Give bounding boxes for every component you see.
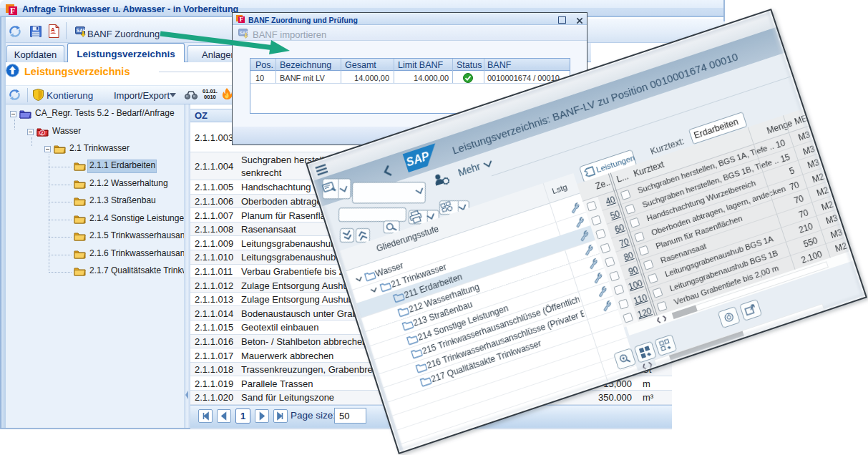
svg-text:Z: Z (41, 131, 44, 135)
